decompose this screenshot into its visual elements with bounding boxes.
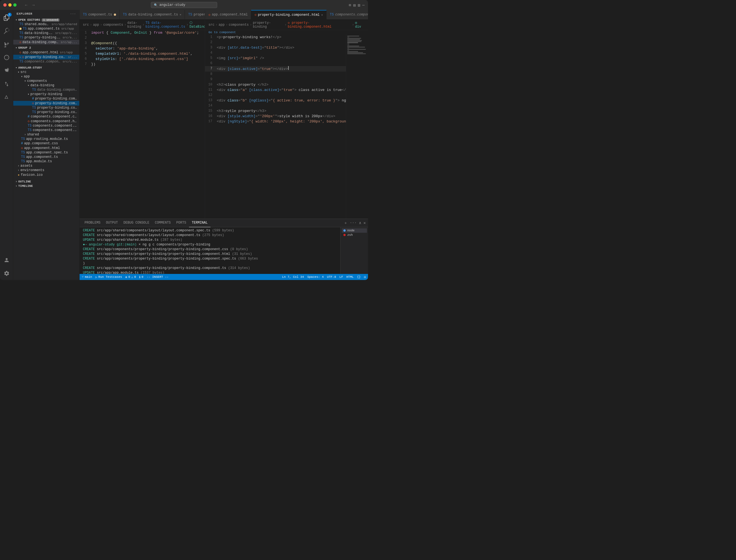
bc-app[interactable]: app (93, 23, 99, 27)
open-editor-property-ts[interactable]: TS property-binding.component.ts src/a..… (13, 35, 79, 40)
tree-app-html[interactable]: ◇ app.component.html (13, 146, 79, 150)
tree-property-ts[interactable]: TS property-binding.component.ts (13, 110, 79, 114)
sidebar-icon[interactable]: ▤ (354, 3, 356, 7)
tree-components-css[interactable]: # components.component.css (13, 114, 79, 119)
tree-property-css[interactable]: # property-binding.component.css (13, 96, 79, 101)
activity-search[interactable] (0, 24, 13, 38)
terminal-zsh[interactable]: zsh (342, 233, 367, 237)
tab-problems[interactable]: PROBLEMS (82, 219, 103, 227)
tab-property-html[interactable]: ◇ property-binding.component.html ✕ (251, 10, 327, 20)
open-editor-shared-module[interactable]: TS shared.module.ts src/app/shared (13, 22, 79, 27)
tree-data-binding[interactable]: ▾ data-binding (13, 83, 79, 88)
status-remote-icon[interactable]: ☊ (364, 275, 366, 279)
panel-icon[interactable]: ▥ (358, 3, 360, 7)
bc-app[interactable]: app (219, 23, 225, 27)
forward-button[interactable]: → (30, 2, 36, 8)
tab-data-binding-ts[interactable]: TS data-binding.component.ts ✕ (120, 10, 185, 20)
tab-terminal[interactable]: TERMINAL (189, 219, 211, 227)
tree-app-ts[interactable]: TS app.component.ts (13, 155, 79, 159)
activity-remote[interactable] (0, 77, 13, 91)
group2-property-html[interactable]: ✕ ◇ property-binding.component.html sr..… (13, 55, 79, 59)
activity-testing[interactable] (0, 91, 13, 104)
status-format[interactable]: {} (357, 275, 361, 279)
tree-app[interactable]: ▾ app (13, 74, 79, 79)
close-icon[interactable]: ✕ (180, 13, 181, 16)
close-icon[interactable]: ✕ (19, 56, 21, 59)
status-errors[interactable]: ⊗ 0 ⚠ 0 (125, 275, 136, 279)
open-editor-data-binding-html[interactable]: ◇ data-binding.component.html src/ap... (13, 40, 79, 45)
close-button[interactable] (3, 3, 7, 7)
tab-output[interactable]: OUTPUT (103, 219, 121, 227)
activity-run[interactable] (0, 51, 13, 64)
outline-header[interactable]: › OUTLINE (13, 179, 79, 184)
tree-app-spec[interactable]: TS app.component.spec.ts (13, 150, 79, 155)
tree-components-spec[interactable]: TS components.component.spec.ts (13, 124, 79, 128)
bc-data-binding[interactable]: data-binding (127, 21, 141, 29)
tab-comments[interactable]: COMMENTS (152, 219, 174, 227)
go-to-component[interactable]: Go to component (205, 30, 368, 35)
back-button[interactable]: ← (23, 2, 29, 8)
bc-prop[interactable]: property-binding (253, 21, 284, 29)
activity-accounts[interactable] (0, 253, 13, 267)
group2-components-ts[interactable]: TS components.component.ts src/c... (13, 59, 79, 64)
editor1-code[interactable]: 1 import { Component, OnInit } from '@an… (80, 30, 205, 219)
status-encoding[interactable]: UTF-8 (327, 275, 336, 279)
tab-components-ts[interactable]: TS components.component.ts (327, 10, 368, 20)
open-editor-app-component[interactable]: TS app.component.ts src/app (13, 27, 79, 31)
maximize-button[interactable] (13, 3, 17, 7)
tree-components[interactable]: ▾ components (13, 79, 79, 83)
activity-source-control[interactable] (0, 38, 13, 51)
status-language[interactable]: HTML (347, 275, 354, 279)
tree-components-ts[interactable]: TS components.component.ts (13, 128, 79, 132)
bc-src[interactable]: src (83, 23, 89, 27)
bc-src[interactable]: src (208, 23, 214, 27)
status-info[interactable]: ℹ 0 (139, 275, 143, 279)
tree-property-spec[interactable]: TS property-binding.component.spec.ts (13, 106, 79, 110)
timeline-header[interactable]: › TIMELINE (13, 184, 79, 188)
more-icon[interactable]: ⋯ (363, 3, 365, 7)
tree-components-html[interactable]: ◇ components.component.html (13, 119, 79, 124)
terminal-body[interactable]: CREATE src/app/shared/components/layout/… (80, 227, 341, 274)
status-spaces[interactable]: Spaces: 4 (307, 275, 324, 279)
sidebar-more[interactable]: ··· (70, 12, 76, 15)
tree-property-html[interactable]: ◇ property-binding.component.html (13, 101, 79, 106)
add-terminal[interactable]: ＋ (344, 221, 348, 226)
tree-assets[interactable]: › assets (13, 164, 79, 168)
tab-property-ts[interactable]: TS property-binding.component.ts (185, 10, 205, 20)
activity-settings[interactable] (0, 267, 13, 280)
group2-app-component-html[interactable]: ◇ app.component.html src/app (13, 50, 79, 55)
tab-debug-console[interactable]: DEBUG CONSOLE (121, 219, 152, 227)
layout-icon[interactable]: ⊞ (349, 3, 351, 7)
close-icon[interactable]: ✕ (321, 13, 323, 17)
tree-property-binding-folder[interactable]: ▾ property-binding (13, 92, 79, 96)
tree-src[interactable]: ▾ src (13, 70, 79, 74)
close-panel[interactable]: ✕ (364, 221, 366, 226)
minimize-button[interactable] (8, 3, 12, 7)
tree-data-binding-component-ts[interactable]: TS data-binding.component.ts (13, 88, 79, 92)
activity-explorer[interactable]: 1 (0, 11, 13, 24)
activity-extensions[interactable] (0, 64, 13, 77)
tab-component-ts[interactable]: TS component.ts (80, 10, 120, 20)
open-editor-data-binding-ts[interactable]: TS data-binding.component.ts src/app/c..… (13, 31, 79, 35)
status-run-tests[interactable]: ▷ Run Testcases (95, 275, 122, 279)
tree-environments[interactable]: › environments (13, 168, 79, 172)
search-bar[interactable]: 🔍 angular-study (151, 2, 217, 8)
tab-app-html[interactable]: ◇ app.component.html (205, 10, 251, 20)
status-branch[interactable]: ⑂ main (82, 275, 92, 279)
tree-app-module[interactable]: TS app.module.ts (13, 159, 79, 164)
group2-header[interactable]: ▾ GROUP 2 (13, 46, 79, 50)
collapse-panel[interactable]: ∧ (359, 221, 361, 226)
tree-app-css[interactable]: # app.component.css (13, 141, 79, 146)
status-eol[interactable]: LF (340, 275, 343, 279)
tree-favicon[interactable]: ★ favicon.ico (13, 172, 79, 177)
tree-app-routing[interactable]: TS app-routing.module.ts (13, 137, 79, 141)
status-position[interactable]: Ln 7, Col 34 (282, 275, 304, 279)
tab-ports[interactable]: PORTS (174, 219, 189, 227)
editor2-code[interactable]: 1 <p>property-binding works!</p> 2 3 <di… (205, 35, 346, 219)
terminal-node[interactable]: node (342, 228, 367, 233)
bc-ts-file[interactable]: TS data-binding.component.ts (145, 21, 185, 29)
more-terminals[interactable]: ··· (350, 221, 357, 226)
bc-html-file[interactable]: ◇ property-binding.component.html (288, 21, 351, 29)
angular-study-header[interactable]: ▾ ANGULAR-STUDY (13, 66, 79, 70)
tree-shared[interactable]: › shared (13, 132, 79, 137)
